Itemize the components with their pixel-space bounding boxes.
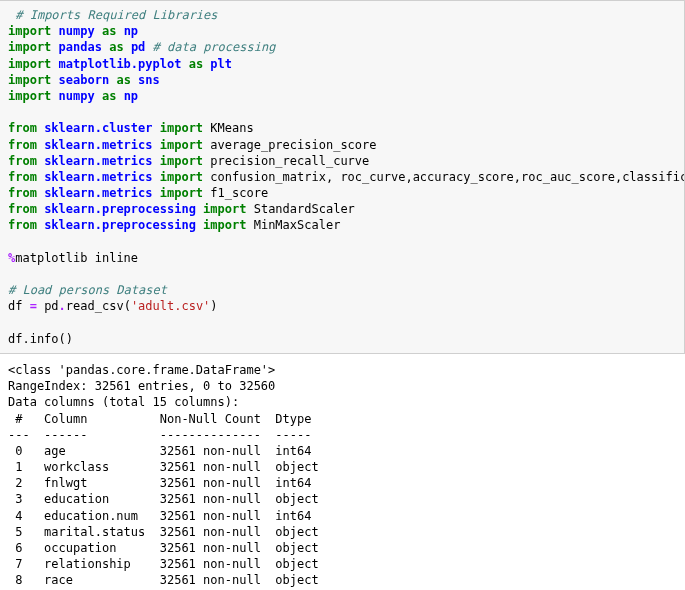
- code-line: from sklearn.preprocessing import MinMax…: [8, 218, 340, 232]
- table-row: 4 education.num 32561 non-null int64: [8, 509, 319, 523]
- code-line: import numpy as np: [8, 89, 138, 103]
- module: sklearn.cluster: [44, 121, 152, 135]
- code-line: df = pd.read_csv('adult.csv'): [8, 299, 218, 313]
- alias: plt: [210, 57, 232, 71]
- names: precision_recall_curve: [210, 154, 369, 168]
- code-line: from sklearn.metrics import confusion_ma…: [8, 170, 685, 184]
- comment: # Imports Required Libraries: [15, 8, 217, 22]
- alias: np: [124, 24, 138, 38]
- module: matplotlib.pyplot: [59, 57, 182, 71]
- out-line: Data columns (total 15 columns):: [8, 395, 239, 409]
- kw-as: as: [189, 57, 203, 71]
- names: KMeans: [210, 121, 253, 135]
- kw-import: import: [8, 73, 51, 87]
- kw-import: import: [160, 170, 203, 184]
- code-line: # Load persons Dataset: [8, 283, 167, 297]
- eq: =: [30, 299, 37, 313]
- kw-from: from: [8, 218, 37, 232]
- call: read_csv(: [66, 299, 131, 313]
- kw-import: import: [160, 154, 203, 168]
- kw-as: as: [116, 73, 130, 87]
- code-line: from sklearn.metrics import precision_re…: [8, 154, 369, 168]
- kw-from: from: [8, 154, 37, 168]
- module: sklearn.preprocessing: [44, 202, 196, 216]
- out-header: # Column Non-Null Count Dtype: [8, 412, 319, 426]
- code-line: %matplotlib inline: [8, 251, 138, 265]
- kw-import: import: [203, 202, 246, 216]
- names: f1_score: [210, 186, 268, 200]
- code-line: from sklearn.metrics import average_prec…: [8, 138, 377, 152]
- alias: pd: [131, 40, 145, 54]
- table-row: 0 age 32561 non-null int64: [8, 444, 319, 458]
- magic-body: matplotlib inline: [15, 251, 138, 265]
- table-row: 3 education 32561 non-null object: [8, 492, 319, 506]
- kw-import: import: [203, 218, 246, 232]
- out-divider: --- ------ -------------- -----: [8, 428, 319, 442]
- module: seaborn: [59, 73, 110, 87]
- code-line: from sklearn.cluster import KMeans: [8, 121, 254, 135]
- kw-import: import: [8, 89, 51, 103]
- comment: # Load persons Dataset: [8, 283, 167, 297]
- kw-import: import: [8, 24, 51, 38]
- names: MinMaxScaler: [254, 218, 341, 232]
- out-line: RangeIndex: 32561 entries, 0 to 32560: [8, 379, 275, 393]
- kw-from: from: [8, 186, 37, 200]
- kw-import: import: [8, 40, 51, 54]
- kw-as: as: [109, 40, 123, 54]
- close: ): [210, 299, 217, 313]
- table-row: 1 workclass 32561 non-null object: [8, 460, 319, 474]
- comment: # data processing: [153, 40, 276, 54]
- dot: .: [59, 299, 66, 313]
- code-line: import seaborn as sns: [8, 73, 160, 87]
- alias: np: [124, 89, 138, 103]
- kw-from: from: [8, 202, 37, 216]
- code-line: import numpy as np: [8, 24, 138, 38]
- names: StandardScaler: [254, 202, 355, 216]
- module: sklearn.metrics: [44, 170, 152, 184]
- module: sklearn.metrics: [44, 186, 152, 200]
- code-line: # Imports Required Libraries: [8, 8, 218, 22]
- table-row: 6 occupation 32561 non-null object: [8, 541, 319, 555]
- table-row: 8 race 32561 non-null object: [8, 573, 319, 587]
- alias: sns: [138, 73, 160, 87]
- code-line: import pandas as pd # data processing: [8, 40, 275, 54]
- names: confusion_matrix, roc_curve,accuracy_sco…: [210, 170, 685, 184]
- kw-from: from: [8, 138, 37, 152]
- table-row: 7 relationship 32561 non-null object: [8, 557, 319, 571]
- module: sklearn.metrics: [44, 154, 152, 168]
- kw-from: from: [8, 170, 37, 184]
- kw-import: import: [160, 121, 203, 135]
- module: numpy: [59, 24, 95, 38]
- code-line: from sklearn.preprocessing import Standa…: [8, 202, 355, 216]
- code-cell[interactable]: # Imports Required Libraries import nump…: [0, 0, 685, 354]
- expr: df.info(): [8, 332, 73, 346]
- names: average_precision_score: [210, 138, 376, 152]
- table-row: 2 fnlwgt 32561 non-null int64: [8, 476, 319, 490]
- module: sklearn.metrics: [44, 138, 152, 152]
- kw-import: import: [160, 138, 203, 152]
- rhs: pd: [37, 299, 59, 313]
- table-row: 5 marital.status 32561 non-null object: [8, 525, 319, 539]
- kw-import: import: [160, 186, 203, 200]
- kw-as: as: [102, 24, 116, 38]
- kw-as: as: [102, 89, 116, 103]
- string: 'adult.csv': [131, 299, 210, 313]
- lhs: df: [8, 299, 30, 313]
- code-line: df.info(): [8, 332, 73, 346]
- out-line: <class 'pandas.core.frame.DataFrame'>: [8, 363, 275, 377]
- kw-from: from: [8, 121, 37, 135]
- module: numpy: [59, 89, 95, 103]
- module: sklearn.preprocessing: [44, 218, 196, 232]
- kw-import: import: [8, 57, 51, 71]
- output-cell: <class 'pandas.core.frame.DataFrame'> Ra…: [0, 354, 685, 590]
- code-line: from sklearn.metrics import f1_score: [8, 186, 268, 200]
- code-line: import matplotlib.pyplot as plt: [8, 57, 232, 71]
- module: pandas: [59, 40, 102, 54]
